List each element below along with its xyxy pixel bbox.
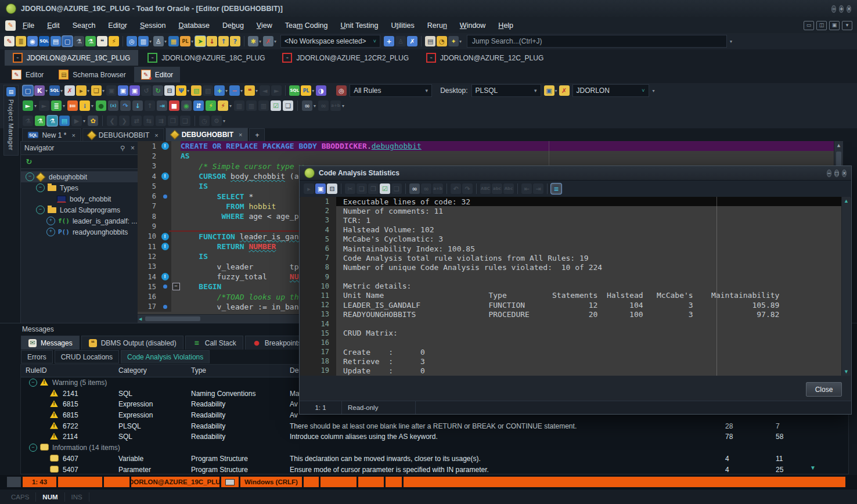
print-icon[interactable]: ⊟ xyxy=(164,85,175,96)
knowledge-base-icon[interactable]: ◔ xyxy=(437,36,447,46)
scroll-left-icon[interactable]: ◀ xyxy=(138,315,143,323)
tree-item-body-chobbit[interactable]: body_chobbit xyxy=(21,193,138,204)
describe-icon[interactable]: K xyxy=(34,85,45,96)
duplicate-doc-icon[interactable]: ❏ xyxy=(283,100,293,111)
document-tab[interactable]: DEBUGHOBBIT× xyxy=(82,128,164,141)
dialog-maximize-button[interactable]: □ xyxy=(834,170,839,177)
health-check-icon[interactable]: ▦ xyxy=(168,36,179,46)
minimize-button[interactable]: − xyxy=(831,5,836,13)
collapse-icon[interactable]: − xyxy=(26,172,34,181)
check-in-icon[interactable]: ↓ xyxy=(207,36,217,46)
editor-options-icon-dropdown[interactable]: ▾ xyxy=(223,118,225,124)
refactor-right-icon[interactable]: ❯ xyxy=(119,116,129,126)
check-out-icon[interactable]: ↑ xyxy=(218,36,229,46)
close-tab-icon[interactable]: × xyxy=(71,132,75,139)
menu-team-coding[interactable]: Team Coding xyxy=(279,20,334,31)
replace-icon[interactable]: a+b xyxy=(330,100,341,111)
connection-tab[interactable]: ⌁JDORLON@AZURE_12C_PLUG xyxy=(418,50,552,66)
tree-item-types[interactable]: −Types xyxy=(21,182,138,193)
report-icon[interactable]: ▤ xyxy=(425,36,435,46)
toggle-output-icon[interactable]: ▥ xyxy=(234,100,244,111)
window-list-chevron-icon[interactable]: ▾ xyxy=(842,21,852,30)
profiler-options-icon-dropdown[interactable]: ▾ xyxy=(229,103,232,109)
menu-edit[interactable]: Edit xyxy=(41,20,66,31)
workspace-save-icon[interactable]: ♙ xyxy=(395,36,406,46)
unit-test-new-icon[interactable]: ⚗ xyxy=(35,116,45,126)
variables-icon[interactable]: (x) xyxy=(108,100,118,111)
breakpoint-menu-icon-dropdown[interactable]: ▾ xyxy=(91,103,93,109)
sql-recall-icon-dropdown[interactable]: ▾ xyxy=(60,88,63,93)
scroll-up-icon[interactable]: ▲ xyxy=(842,197,850,205)
document-tab[interactable]: DEBUGHOBBIT× xyxy=(165,128,249,141)
comment-add-icon[interactable]: ❝ xyxy=(244,85,255,96)
window-tab-editor[interactable]: ✎✶Editor xyxy=(134,67,180,82)
menu-utilities[interactable]: Utilities xyxy=(385,20,421,31)
menu-debug[interactable]: Debug xyxy=(216,20,250,31)
refactor-left-icon[interactable]: ❮ xyxy=(107,116,117,126)
comment-add-icon-dropdown[interactable]: ▾ xyxy=(255,88,258,93)
editor-window-icon[interactable]: ▢ xyxy=(62,36,73,46)
undo-icon[interactable]: ↶ xyxy=(451,183,461,194)
book-open-icon[interactable]: ❐ xyxy=(168,116,178,126)
add-item-icon[interactable]: + xyxy=(214,85,225,96)
menu-database[interactable]: Database xyxy=(172,20,216,31)
dialog-close-button[interactable]: × xyxy=(842,170,847,177)
save-icon[interactable]: ▣ xyxy=(106,85,117,96)
bug-icon[interactable]: ● xyxy=(96,100,106,111)
cancel-review-icon[interactable]: ✗ xyxy=(263,36,273,46)
menu-view[interactable]: View xyxy=(250,20,279,31)
redo-icon[interactable]: ↷ xyxy=(462,183,473,194)
cut-icon[interactable]: ✂ xyxy=(345,183,355,194)
toggle-compile-icon[interactable]: ◑ xyxy=(316,85,326,96)
run-script-icon-dropdown[interactable]: ▾ xyxy=(63,103,65,109)
expand-icon[interactable]: + xyxy=(46,228,55,236)
open-recent-icon-dropdown[interactable]: ▾ xyxy=(102,88,105,93)
breakpoint-menu-icon[interactable]: ⁞ xyxy=(80,100,90,111)
sql-monitor-icon[interactable]: SQL xyxy=(39,36,49,46)
profiler-options-icon[interactable]: ⚡ xyxy=(218,100,228,111)
paste-icon[interactable]: ❐ xyxy=(368,183,379,194)
scrollbar-thumb[interactable] xyxy=(145,316,200,321)
play-circle-icon[interactable]: ▶ xyxy=(71,116,82,126)
find-icon-dropdown[interactable]: ▾ xyxy=(314,103,316,109)
play-circle-icon-dropdown[interactable]: ▾ xyxy=(83,118,85,124)
plsql-lookup-icon[interactable]: PL xyxy=(180,36,190,46)
compare-files-icon[interactable]: ⇆ xyxy=(143,116,154,126)
code-analysis-icon[interactable]: ☑ xyxy=(380,183,390,194)
messages-tab-call-stack[interactable]: ≡Call Stack xyxy=(185,336,243,350)
tree-item-readyounghobbits[interactable]: +P()readyounghobbits xyxy=(21,226,138,237)
fold-collapse-icon[interactable]: − xyxy=(172,283,180,290)
violation-row[interactable]: 5407ParameterProgram StructureEnsure mod… xyxy=(21,465,848,475)
connection-tab[interactable]: ⌁JDORLON@AZURE_18C_PLUG xyxy=(139,50,273,66)
replace-icon[interactable]: a+b xyxy=(433,183,443,194)
close-button[interactable]: × xyxy=(847,5,851,13)
maximize-button[interactable]: + xyxy=(839,5,844,13)
step-into-icon[interactable]: ↓ xyxy=(132,100,143,111)
merge-icon[interactable]: ⇉ xyxy=(156,116,166,126)
code-doc-icon[interactable]: ▤ xyxy=(59,116,70,126)
scroll-down-icon[interactable]: ▼ xyxy=(810,465,816,471)
set-parameters-icon[interactable]: ≔ xyxy=(67,100,78,111)
tree-item-leader-is-gandalf-[interactable]: +f()leader_is_gandalf: ... xyxy=(21,215,138,226)
navigate-back-icon[interactable]: ◄ xyxy=(260,85,270,96)
check-syntax-icon[interactable]: SQL xyxy=(289,85,300,96)
column-header-type[interactable]: Type xyxy=(191,366,206,375)
document-tab[interactable]: SQLNew 1 *× xyxy=(22,128,81,141)
sql-recall-icon[interactable]: SQL xyxy=(49,85,60,96)
navigate-forward-icon[interactable]: ► xyxy=(271,85,282,96)
step-out-icon[interactable]: ↑ xyxy=(145,100,155,111)
code-tester-new-icon[interactable]: ⚗ xyxy=(85,36,96,46)
plsql-formatter-icon-dropdown[interactable]: ▾ xyxy=(312,88,314,93)
desktop-selector[interactable]: PLSQL ▾ xyxy=(471,84,541,97)
print-icon[interactable]: ⊟ xyxy=(327,183,337,194)
lightning-icon[interactable]: ⚡ xyxy=(109,36,119,46)
session-browser-icon-dropdown[interactable]: ▾ xyxy=(164,39,167,44)
execute-icon[interactable]: ► xyxy=(23,100,33,111)
save-icon[interactable]: ▣ xyxy=(315,183,326,194)
desktop-save-icon-dropdown[interactable]: ▾ xyxy=(555,88,557,93)
session-user-icon[interactable]: ◉ xyxy=(27,36,38,46)
cancel-review-icon-dropdown[interactable]: ▾ xyxy=(274,39,276,44)
connection-tab[interactable]: ⌁JDORLON@AZURE_19C_PLUG xyxy=(5,50,138,66)
menu-unit-testing[interactable]: Unit Testing xyxy=(334,20,384,31)
dialog-minimize-button[interactable]: − xyxy=(827,170,831,177)
